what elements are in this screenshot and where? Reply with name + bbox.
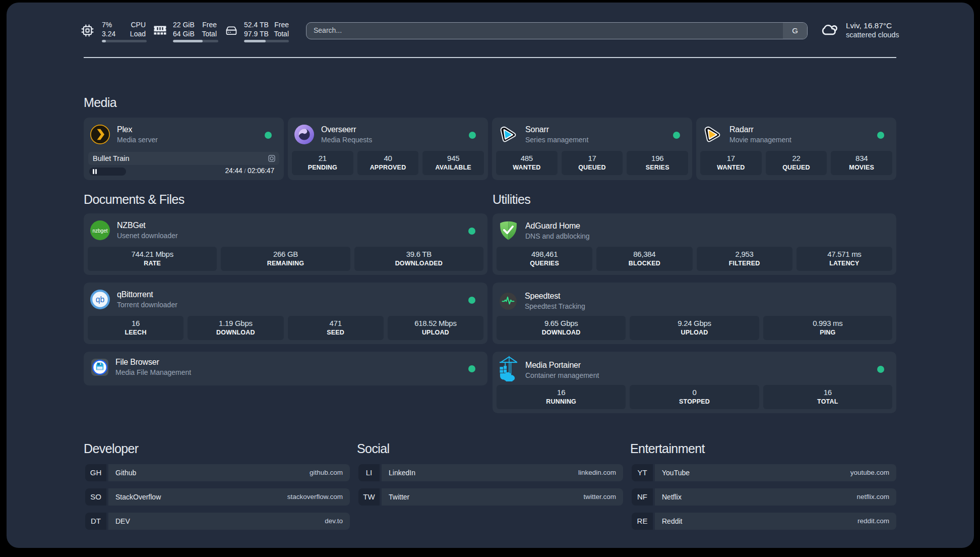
- svg-text:qb: qb: [96, 295, 105, 304]
- svg-text:nzbget: nzbget: [92, 228, 107, 234]
